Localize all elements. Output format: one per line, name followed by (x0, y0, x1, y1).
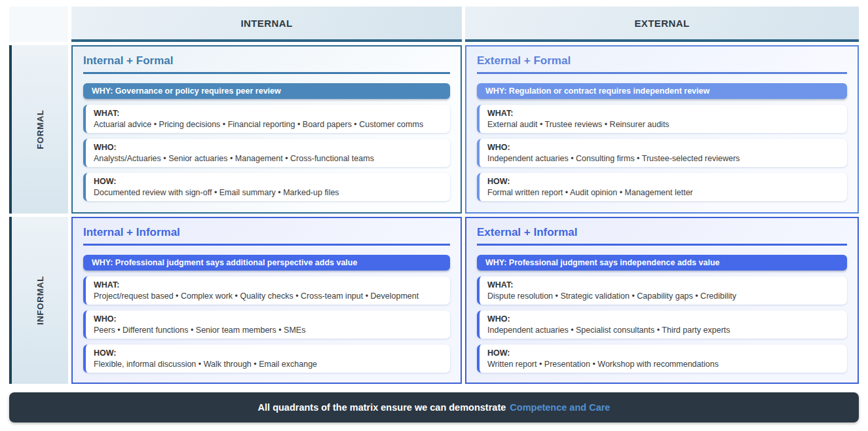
footer-highlight-text: Competence and Care (510, 402, 610, 413)
section-label: WHAT: (487, 109, 839, 118)
section-text: Analysts/Actuaries • Senior actuaries • … (94, 154, 442, 163)
footer-text: All quadrants of the matrix ensure we ca… (258, 402, 506, 413)
section-text: Independent actuaries • Consulting firms… (487, 154, 839, 163)
what-box: WHAT: External audit • Trustee reviews •… (477, 105, 847, 133)
who-box: WHO: Analysts/Actuaries • Senior actuari… (83, 139, 450, 167)
section-label: WHO: (94, 314, 442, 324)
row-header-informal: INFORMAL (9, 217, 68, 384)
section-label: HOW: (94, 177, 442, 186)
how-box: HOW: Documented review with sign-off • E… (83, 173, 450, 201)
quadrant-external-formal: External + Formal WHY: Regulation or con… (465, 45, 859, 214)
quadrant-external-informal: External + Informal WHY: Professional ju… (465, 217, 859, 384)
section-text: Dispute resolution • Strategic validatio… (487, 291, 839, 301)
quadrant-title: Internal + Informal (83, 226, 450, 246)
why-banner: WHY: Professional judgment says addition… (83, 255, 450, 271)
quadrant-internal-informal: Internal + Informal WHY: Professional ju… (71, 217, 462, 384)
matrix-corner-cell (9, 7, 68, 42)
why-banner: WHY: Professional judgment says independ… (477, 255, 847, 271)
row-header-formal: FORMAL (9, 45, 68, 214)
section-label: WHO: (487, 143, 839, 152)
section-text: Actuarial advice • Pricing decisions • F… (94, 120, 442, 129)
why-banner: WHY: Governance or policy requires peer … (83, 83, 450, 99)
section-label: HOW: (487, 348, 839, 358)
section-text: Peers • Different functions • Senior tea… (94, 326, 442, 335)
footer-banner: All quadrants of the matrix ensure we ca… (9, 392, 859, 422)
section-text: Flexible, informal discussion • Walk thr… (94, 360, 442, 369)
section-text: Written report • Presentation • Workshop… (487, 360, 839, 369)
row-header-label: FORMAL (35, 109, 45, 149)
section-label: WHAT: (487, 280, 839, 290)
what-box: WHAT: Dispute resolution • Strategic val… (477, 276, 847, 305)
column-header-internal: INTERNAL (71, 7, 462, 42)
section-text: External audit • Trustee reviews • Reins… (487, 120, 839, 129)
section-label: WHAT: (94, 109, 442, 118)
section-label: WHO: (487, 314, 839, 324)
section-label: WHO: (94, 143, 442, 152)
section-text: Formal written report • Audit opinion • … (487, 188, 839, 197)
why-banner: WHY: Regulation or contract requires ind… (477, 83, 847, 99)
column-header-label: INTERNAL (240, 18, 292, 29)
row-header-label: INFORMAL (35, 276, 45, 325)
section-text: Independent actuaries • Specialist consu… (487, 326, 839, 335)
how-box: HOW: Flexible, informal discussion • Wal… (83, 345, 450, 373)
section-label: WHAT: (94, 280, 442, 290)
quadrant-title: Internal + Formal (83, 54, 450, 74)
quadrant-title: External + Informal (477, 226, 847, 246)
section-label: HOW: (94, 348, 442, 358)
who-box: WHO: Independent actuaries • Specialist … (477, 310, 847, 339)
section-label: HOW: (487, 177, 839, 186)
peer-review-matrix: INTERNAL EXTERNAL FORMAL Internal + Form… (9, 7, 859, 384)
section-text: Project/request based • Complex work • Q… (94, 291, 442, 301)
what-box: WHAT: Actuarial advice • Pricing decisio… (83, 105, 450, 133)
quadrant-internal-formal: Internal + Formal WHY: Governance or pol… (71, 45, 462, 214)
who-box: WHO: Peers • Different functions • Senio… (83, 310, 450, 339)
quadrant-title: External + Formal (477, 54, 847, 74)
how-box: HOW: Written report • Presentation • Wor… (477, 345, 847, 373)
section-text: Documented review with sign-off • Email … (94, 188, 442, 197)
who-box: WHO: Independent actuaries • Consulting … (477, 139, 847, 167)
column-header-external: EXTERNAL (465, 7, 859, 42)
what-box: WHAT: Project/request based • Complex wo… (83, 276, 450, 305)
how-box: HOW: Formal written report • Audit opini… (477, 173, 847, 201)
column-header-label: EXTERNAL (634, 18, 689, 29)
